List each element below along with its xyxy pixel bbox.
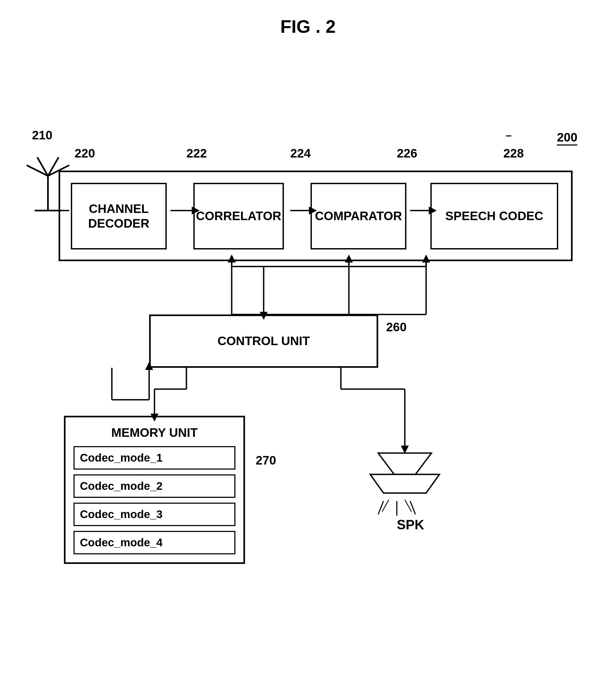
svg-line-44 <box>410 501 416 515</box>
spk-label: SPK <box>397 517 424 533</box>
ref-224-label: 224 <box>290 146 311 160</box>
ref-260-label: 260 <box>386 320 407 334</box>
correlator-label: CORRELATOR <box>196 209 281 223</box>
codec-mode-4: Codec_mode_4 <box>73 531 236 554</box>
correlator-block: CORRELATOR <box>193 183 284 249</box>
ref-222-label: 222 <box>186 146 207 160</box>
ref-226-label: 226 <box>397 146 417 160</box>
ref-220-label: 220 <box>74 146 95 160</box>
svg-line-2 <box>27 165 48 176</box>
ref-228-label: 228 <box>503 146 524 160</box>
ref-200: 200 <box>557 130 577 145</box>
speech-codec-label: SPEECH CODEC <box>445 209 543 223</box>
memory-unit-block: MEMORY UNIT Codec_mode_1 Codec_mode_2 Co… <box>64 416 245 564</box>
svg-line-45 <box>382 500 389 512</box>
figure-title: FIG . 2 <box>280 16 336 37</box>
svg-line-5 <box>48 157 58 176</box>
diagram-container: FIG . 2 200 210 220 222 224 226 228 CHAN… <box>0 0 616 674</box>
svg-line-4 <box>37 157 48 176</box>
svg-line-42 <box>378 501 383 515</box>
svg-marker-41 <box>370 474 439 493</box>
comparator-block: COMPARATOR <box>311 183 407 249</box>
control-unit-block: CONTROL UNIT <box>149 315 378 368</box>
control-unit-label: CONTROL UNIT <box>217 334 310 348</box>
svg-marker-40 <box>378 453 432 474</box>
svg-line-46 <box>405 500 412 512</box>
memory-unit-title: MEMORY UNIT <box>73 425 236 440</box>
ref-210-label: 210 <box>32 128 52 142</box>
channel-decoder-label: CHANNELDECODER <box>88 202 149 231</box>
ref-270-label: 270 <box>256 453 276 467</box>
main-bus: CHANNELDECODER CORRELATOR COMPARATOR SPE… <box>58 171 573 261</box>
channel-decoder-block: CHANNELDECODER <box>71 183 167 249</box>
speech-codec-block: SPEECH CODEC <box>430 183 558 249</box>
svg-marker-35 <box>401 446 409 454</box>
codec-mode-3: Codec_mode_3 <box>73 502 236 526</box>
codec-mode-2: Codec_mode_2 <box>73 474 236 498</box>
codec-mode-1: Codec_mode_1 <box>73 446 236 470</box>
comparator-label: COMPARATOR <box>315 209 402 223</box>
